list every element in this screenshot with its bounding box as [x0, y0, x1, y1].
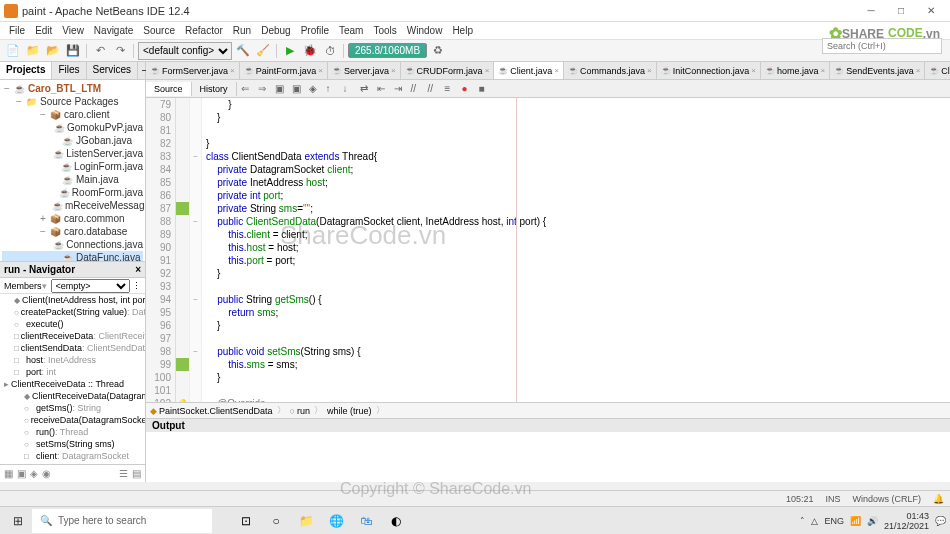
start-button[interactable]: ⊞ — [4, 509, 32, 533]
new-project-icon[interactable]: 📁 — [24, 42, 42, 60]
nav-item[interactable]: ○setSms(String sms) — [0, 438, 145, 450]
tree-node[interactable]: ☕JGoban.java — [2, 134, 143, 147]
project-root[interactable]: −☕Caro_BTL_LTM — [2, 82, 143, 95]
explorer-icon[interactable]: 📁 — [292, 509, 320, 533]
wifi-icon[interactable]: 📶 — [850, 516, 861, 526]
history-view-tab[interactable]: History — [192, 82, 237, 96]
projects-tab[interactable]: Projects — [0, 62, 52, 79]
menu-view[interactable]: View — [57, 25, 89, 36]
redo-icon[interactable]: ↷ — [111, 42, 129, 60]
files-tab[interactable]: Files — [52, 62, 86, 79]
nav-item[interactable]: □clientReceiveData : ClientReceiveData — [0, 330, 145, 342]
tree-node[interactable]: −📦caro.database — [2, 225, 143, 238]
nav-item[interactable]: ○execute() — [0, 318, 145, 330]
editor-tab[interactable]: ☕SendEvents.java× — [830, 62, 925, 79]
nav-item[interactable]: ◆Client(InetAddress host, int port) — [0, 294, 145, 306]
source-packages[interactable]: −📁Source Packages — [2, 95, 143, 108]
nav-item[interactable]: ▸ClientReceiveData :: Thread — [0, 378, 145, 390]
filter-icon[interactable]: ▣ — [17, 468, 26, 479]
shift-left-icon[interactable]: ⇤ — [377, 83, 391, 94]
filter-icon[interactable]: ◈ — [30, 468, 38, 479]
shift-right-icon[interactable]: ⇥ — [394, 83, 408, 94]
language-indicator[interactable]: ENG — [824, 516, 844, 526]
toggle-bookmark-icon[interactable]: ◈ — [309, 83, 323, 94]
minimize-button[interactable]: ─ — [856, 1, 886, 21]
menu-run[interactable]: Run — [228, 25, 256, 36]
onedrive-icon[interactable]: △ — [811, 516, 818, 526]
services-tab[interactable]: Services — [87, 62, 138, 79]
maximize-button[interactable]: □ — [886, 1, 916, 21]
tree-node[interactable]: ☕mReceiveMessage.java — [2, 199, 143, 212]
store-icon[interactable]: 🛍 — [352, 509, 380, 533]
task-view-icon[interactable]: ⊡ — [232, 509, 260, 533]
gc-icon[interactable]: ♻ — [429, 42, 447, 60]
prev-bookmark-icon[interactable]: ▣ — [275, 83, 289, 94]
members-filter[interactable]: <empty> — [51, 279, 130, 293]
tree-node[interactable]: ☕GomokuPvP.java — [2, 121, 143, 134]
volume-icon[interactable]: 🔊 — [867, 516, 878, 526]
nav-item[interactable]: ○receiveData(DatagramSocket client) : Da… — [0, 414, 145, 426]
editor-tab[interactable]: ☕Commands.java× — [564, 62, 657, 79]
menu-refactor[interactable]: Refactor — [180, 25, 228, 36]
clock[interactable]: 01:43 21/12/2021 — [884, 511, 929, 531]
editor-tab[interactable]: ☕home.java× — [761, 62, 830, 79]
editor-tab[interactable]: ☕Server.java× — [328, 62, 401, 79]
nav-back-icon[interactable]: ⇐ — [241, 83, 255, 94]
menu-window[interactable]: Window — [402, 25, 448, 36]
prev-error-icon[interactable]: ↑ — [326, 83, 340, 94]
nav-item[interactable]: □host : InetAddress — [0, 354, 145, 366]
menu-edit[interactable]: Edit — [30, 25, 57, 36]
format-icon[interactable]: ≡ — [445, 83, 459, 94]
clean-build-icon[interactable]: 🧹 — [254, 42, 272, 60]
nav-item[interactable]: □port : int — [0, 366, 145, 378]
tree-node[interactable]: ☕RoomForm.java — [2, 186, 143, 199]
editor-tab[interactable]: ☕InitConnection.java× — [657, 62, 761, 79]
cursor-position[interactable]: 105:21 — [786, 494, 814, 504]
menu-profile[interactable]: Profile — [296, 25, 334, 36]
uncomment-icon[interactable]: // — [428, 83, 442, 94]
encoding[interactable]: Windows (CRLF) — [852, 494, 921, 504]
nav-item[interactable]: ○run() : Thread — [0, 426, 145, 438]
stop-macro-icon[interactable]: ■ — [479, 83, 493, 94]
menu-file[interactable]: File — [4, 25, 30, 36]
tree-node[interactable]: ☕DataFunc.java — [2, 251, 143, 261]
output-tab[interactable]: Output – × — [146, 418, 950, 432]
tree-node[interactable]: ☕Main.java — [2, 173, 143, 186]
nav-fwd-icon[interactable]: ⇒ — [258, 83, 272, 94]
editor-tab[interactable]: ☕CRUDForm.java× — [401, 62, 495, 79]
menu-tools[interactable]: Tools — [368, 25, 401, 36]
editor-tab[interactable]: ☕ClientInitiator.java× — [925, 62, 950, 79]
nav-item[interactable]: ○createPacket(String value) : DatagramPa… — [0, 306, 145, 318]
close-button[interactable]: ✕ — [916, 1, 946, 21]
tree-node[interactable]: −📦caro.client — [2, 108, 143, 121]
global-search-input[interactable] — [822, 38, 942, 54]
next-error-icon[interactable]: ↓ — [343, 83, 357, 94]
edge-icon[interactable]: 🌐 — [322, 509, 350, 533]
cortana-icon[interactable]: ○ — [262, 509, 290, 533]
code-editor[interactable]: 7980818283848586878889909192939495969798… — [146, 98, 950, 402]
save-all-icon[interactable]: 💾 — [64, 42, 82, 60]
editor-breadcrumb[interactable]: ◆ PaintSocket.ClientSendData 〉 ○ run 〉 w… — [146, 402, 950, 418]
menu-help[interactable]: Help — [447, 25, 478, 36]
editor-tab[interactable]: ☕FormServer.java× — [146, 62, 240, 79]
memory-indicator[interactable]: 265.8/1060MB — [348, 43, 427, 58]
editor-tab[interactable]: ☕Client.java× — [494, 62, 564, 79]
diff-icon[interactable]: ⇄ — [360, 83, 374, 94]
insert-mode[interactable]: INS — [825, 494, 840, 504]
nav-item[interactable]: ◆ClientReceiveData(DatagramSocket client… — [0, 390, 145, 402]
next-bookmark-icon[interactable]: ▣ — [292, 83, 306, 94]
build-icon[interactable]: 🔨 — [234, 42, 252, 60]
nav-item[interactable]: □clientSendData : ClientSendData — [0, 342, 145, 354]
undo-icon[interactable]: ↶ — [91, 42, 109, 60]
menu-team[interactable]: Team — [334, 25, 368, 36]
nav-item[interactable]: ○getSms() : String — [0, 402, 145, 414]
comment-icon[interactable]: // — [411, 83, 425, 94]
nav-item[interactable]: □client : DatagramSocket — [0, 450, 145, 462]
taskbar-search[interactable]: 🔍 Type here to search — [32, 509, 212, 533]
debug-icon[interactable]: 🐞 — [301, 42, 319, 60]
new-file-icon[interactable]: 📄 — [4, 42, 22, 60]
tray-expand-icon[interactable]: ˄ — [800, 516, 805, 526]
filter-icon[interactable]: ☰ — [119, 468, 128, 479]
menu-debug[interactable]: Debug — [256, 25, 295, 36]
tree-node[interactable]: ☕LoginForm.java — [2, 160, 143, 173]
